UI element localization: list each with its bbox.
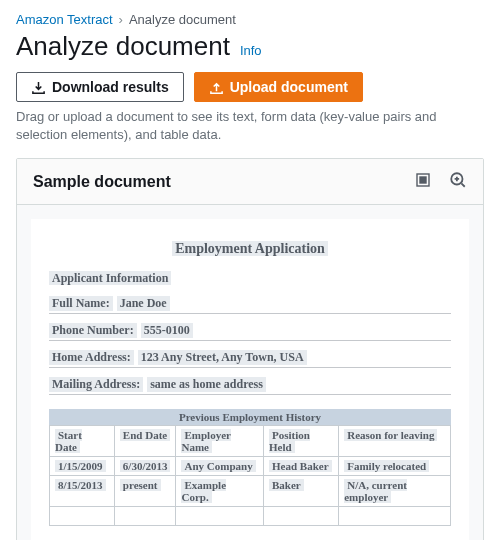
cell: N/A, current employer (344, 479, 407, 503)
svg-rect-1 (420, 177, 426, 183)
value-phone: 555-0100 (141, 323, 193, 338)
chevron-right-icon: › (119, 12, 123, 27)
cell: 8/15/2013 (55, 479, 106, 491)
cell: present (120, 479, 161, 491)
th-employer: Employer Name (181, 429, 230, 453)
upload-document-button[interactable]: Upload document (194, 72, 363, 102)
zoom-in-icon[interactable] (449, 171, 467, 192)
history-table: Start Date End Date Employer Name Positi… (49, 425, 451, 526)
helper-text: Drag or upload a document to see its tex… (16, 108, 484, 144)
download-label: Download results (52, 79, 169, 95)
doc-title: Employment Application (172, 241, 328, 256)
upload-label: Upload document (230, 79, 348, 95)
th-end: End Date (120, 429, 170, 441)
document-preview: Employment Application Applicant Informa… (31, 219, 469, 540)
value-mailing-address: same as home address (147, 377, 266, 392)
cell: Baker (269, 479, 304, 491)
field-home-address: Home Address: 123 Any Street, Any Town, … (49, 348, 451, 368)
cell: Family relocated (344, 460, 429, 472)
history-title: Previous Employment History (176, 411, 324, 423)
select-all-icon[interactable] (415, 172, 431, 191)
panel-title: Sample document (33, 173, 171, 191)
cell: Head Baker (269, 460, 332, 472)
upload-icon (209, 80, 224, 95)
table-row (50, 507, 451, 526)
value-full-name: Jane Doe (117, 296, 170, 311)
field-phone: Phone Number: 555-0100 (49, 321, 451, 341)
field-mailing-address: Mailing Address: same as home address (49, 375, 451, 395)
table-row: 8/15/2013 present Example Corp. Baker N/… (50, 476, 451, 507)
th-start: Start Date (55, 429, 82, 453)
download-icon (31, 80, 46, 95)
info-link[interactable]: Info (240, 43, 262, 58)
breadcrumb-root[interactable]: Amazon Textract (16, 12, 113, 27)
th-reason: Reason for leaving (344, 429, 437, 441)
page-title: Analyze document (16, 31, 230, 62)
th-position: Position Held (269, 429, 310, 453)
breadcrumb: Amazon Textract › Analyze document (16, 12, 484, 27)
label-phone: Phone Number: (49, 323, 137, 338)
label-full-name: Full Name: (49, 296, 113, 311)
download-results-button[interactable]: Download results (16, 72, 184, 102)
section-applicant: Applicant Information (49, 271, 171, 285)
sample-panel: Sample document Employment Application A… (16, 158, 484, 540)
label-home-address: Home Address: (49, 350, 134, 365)
cell: Any Company (181, 460, 255, 472)
cell: Example Corp. (181, 479, 226, 503)
cell: 6/30/2013 (120, 460, 171, 472)
cell: 1/15/2009 (55, 460, 106, 472)
field-full-name: Full Name: Jane Doe (49, 294, 451, 314)
breadcrumb-current: Analyze document (129, 12, 236, 27)
label-mailing-address: Mailing Address: (49, 377, 143, 392)
value-home-address: 123 Any Street, Any Town, USA (138, 350, 307, 365)
table-row: 1/15/2009 6/30/2013 Any Company Head Bak… (50, 457, 451, 476)
